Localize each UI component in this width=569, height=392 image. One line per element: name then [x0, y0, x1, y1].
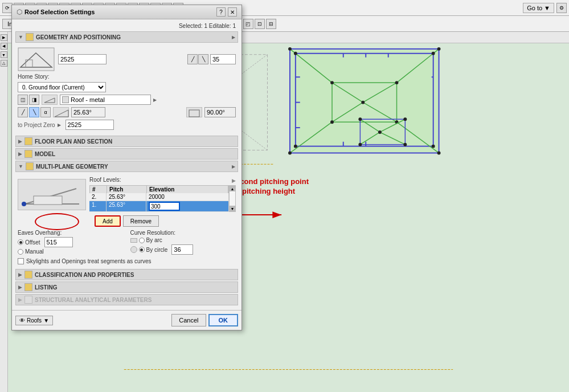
- svg-point-37: [288, 152, 292, 155]
- floor-plan-section-header[interactable]: ▶ FLOOR PLAN AND SECTION: [15, 136, 238, 147]
- eye-icon: 👁: [19, 317, 25, 324]
- pitch-icon-2[interactable]: ╲: [29, 107, 39, 117]
- selected-info-bar: Selected: 1 Editable: 1: [15, 23, 238, 29]
- geometry-color-icon: [26, 33, 34, 41]
- slope-icon-1[interactable]: ╱: [187, 54, 198, 64]
- structural-section-header[interactable]: ▶ STRUCTURAL ANALYTICAL PARAMETERS: [15, 294, 238, 305]
- remove-button[interactable]: Remove: [123, 215, 159, 227]
- svg-marker-66: [55, 110, 68, 117]
- goto-button[interactable]: Go to ▼: [523, 3, 554, 13]
- project-zero-arrow: ▶: [58, 122, 61, 128]
- roof-settings-dialog: ⬡ Roof Selection Settings ? ✕ Selected: …: [11, 5, 242, 330]
- structural-icon: [24, 296, 32, 304]
- dialog-title-icon: ⬡: [17, 8, 22, 16]
- preview-label: Roofs: [27, 317, 42, 324]
- multiplane-right-arrow: ▶: [232, 164, 235, 169]
- classification-icon: [24, 271, 32, 279]
- table-row-2[interactable]: 2. 25.63° 20000: [89, 193, 229, 201]
- preview-button[interactable]: 👁 Roofs ▼: [15, 316, 53, 325]
- vtool-1[interactable]: ▶: [1, 34, 7, 41]
- manual-radio[interactable]: [18, 249, 23, 255]
- scroll-track: [230, 191, 235, 206]
- dialog-close-button[interactable]: ✕: [228, 7, 237, 17]
- table-right-arrow: ▶: [232, 178, 236, 183]
- offset-radio[interactable]: [18, 239, 23, 245]
- by-circle-input[interactable]: [171, 244, 193, 255]
- svg-point-56: [358, 143, 362, 146]
- classification-section-header[interactable]: ▶ CLASSIFICATION AND PROPERTIES: [15, 269, 238, 280]
- geometry-section-header[interactable]: ▼ GEOMETRY AND POSITIONING ▶: [15, 31, 238, 43]
- row1-pitch: 25.63°: [107, 201, 146, 211]
- by-arc-radio[interactable]: [139, 238, 145, 243]
- svg-rect-21: [332, 83, 397, 122]
- pitch-icon-1[interactable]: ╱: [18, 107, 28, 117]
- svg-marker-65: [44, 98, 55, 103]
- classification-title: CLASSIFICATION AND PROPERTIES: [35, 272, 235, 278]
- roof-levels-header-row: Roof Levels: ▶: [89, 177, 236, 184]
- curve-label: Curve Resolution:: [130, 230, 175, 236]
- table-scrollbar[interactable]: ▲ ▼: [229, 185, 236, 212]
- row1-elevation-input[interactable]: [149, 202, 180, 211]
- multiplane-section-header[interactable]: ▼ MULTI-PLANE GEOMETRY ▶: [15, 161, 238, 172]
- svg-point-47: [361, 101, 365, 104]
- home-story-label: Home Story:: [18, 74, 50, 80]
- add-button[interactable]: Add: [95, 215, 121, 227]
- offset-input[interactable]: [44, 237, 73, 247]
- geometry-expand-icon: ▼: [18, 34, 23, 40]
- listing-section-header[interactable]: ▶ LISTING: [15, 281, 238, 293]
- toolbar2-icon-7[interactable]: ⊟: [266, 19, 276, 29]
- roof-levels-label: Roof Levels:: [89, 177, 121, 183]
- slope-icon-2[interactable]: ╲: [198, 54, 208, 64]
- pitch-icon-3[interactable]: α: [40, 107, 51, 117]
- material-icon-1[interactable]: ◫: [18, 95, 28, 105]
- geom-row1: 2525 ╱ ╲: [18, 47, 236, 71]
- settings-icon[interactable]: ⚙: [556, 3, 567, 13]
- svg-point-42: [432, 145, 435, 148]
- roof-slope-preview-row: 2. Roof Levels: ▶ #: [18, 177, 236, 212]
- scroll-down-btn[interactable]: ▼: [230, 206, 235, 211]
- angle-value-display: 90.00°: [204, 107, 236, 117]
- goto-label: Go to: [527, 5, 542, 11]
- multiplane-expand-icon: ▼: [18, 164, 23, 169]
- vtool-4[interactable]: △: [1, 60, 7, 67]
- roof-shape-preview[interactable]: [18, 47, 55, 71]
- svg-point-54: [358, 117, 362, 121]
- ok-button[interactable]: OK: [208, 314, 239, 326]
- model-section-header[interactable]: ▶ MODEL: [15, 148, 238, 160]
- vtool-2[interactable]: ◀: [1, 43, 7, 50]
- floor-plan-title: FLOOR PLAN AND SECTION: [35, 138, 235, 145]
- material-icon-2[interactable]: ◨: [29, 95, 39, 105]
- slope-icons: ╱ ╲: [187, 54, 208, 64]
- cancel-button[interactable]: Cancel: [171, 314, 206, 326]
- circle-shape-icon: [130, 246, 137, 253]
- toolbar2-icon-5[interactable]: ◰: [243, 19, 253, 29]
- svg-point-53: [378, 130, 382, 134]
- vtool-3[interactable]: ▼: [1, 51, 7, 58]
- table-row-1[interactable]: 1. 25.63°: [89, 201, 229, 212]
- table-inner: # Pitch Elevation 2. 25.63° 20000: [89, 185, 229, 212]
- add-remove-container: Add Remove: [18, 215, 236, 227]
- floor-plan-icon: [24, 137, 32, 145]
- material-row: ◫ ◨ Roof - metal ▶: [18, 95, 236, 105]
- eaves-label-row: Eaves Overhang:: [18, 229, 124, 236]
- slope-value-input[interactable]: [210, 54, 236, 64]
- dialog-titlebar[interactable]: ⬡ Roof Selection Settings ? ✕: [12, 5, 241, 19]
- pitch-angle-icons: ╱ ╲ α: [18, 107, 51, 117]
- svg-point-55: [403, 117, 407, 121]
- angle-shape-icon: [42, 95, 58, 105]
- svg-point-45: [330, 120, 334, 124]
- scroll-up-btn[interactable]: ▲: [230, 186, 235, 191]
- th-number: #: [90, 186, 107, 193]
- multiplane-content: 2. Roof Levels: ▶ #: [15, 174, 238, 269]
- skylights-checkbox[interactable]: [18, 258, 24, 264]
- dialog-bottom-bar: 👁 Roofs ▼ Cancel OK: [12, 310, 241, 330]
- material-select-box[interactable]: Roof - metal: [60, 95, 151, 105]
- dialog-help-button[interactable]: ?: [216, 7, 226, 17]
- by-circle-radio[interactable]: [139, 247, 145, 252]
- toolbar2-icon-6[interactable]: ⊡: [255, 19, 265, 29]
- project-zero-input[interactable]: [66, 120, 114, 130]
- structural-title: STRUCTURAL ANALYTICAL PARAMETERS: [35, 297, 235, 303]
- classification-expand-icon: ▶: [18, 272, 22, 277]
- home-story-select[interactable]: 0. Ground floor (Current): [18, 82, 106, 92]
- elevation-input[interactable]: 2525: [58, 54, 107, 64]
